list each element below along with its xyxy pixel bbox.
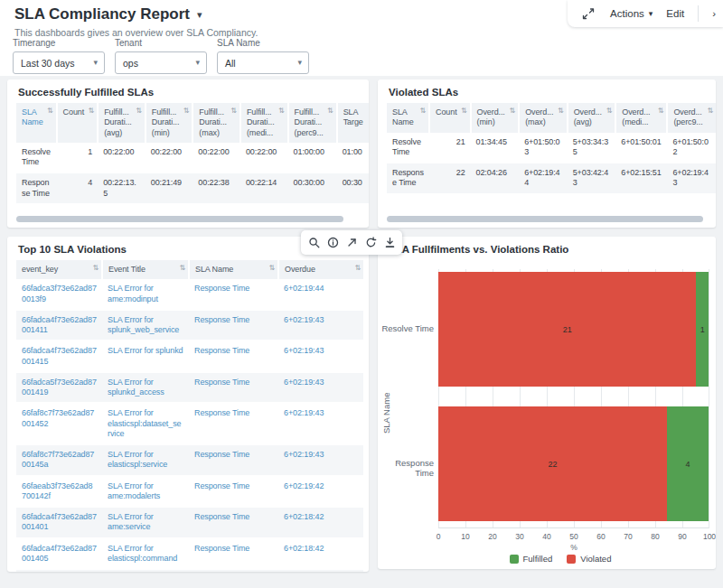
col-sla-name[interactable]: SLA Name⇅	[387, 103, 429, 133]
event-key-link[interactable]: 66faeab3f73e62ad8700142f	[16, 476, 102, 508]
sla-name-link[interactable]: Response Time	[189, 569, 278, 572]
event-title-link[interactable]: SLA Error for splunk_python	[102, 569, 189, 572]
sla-name-link[interactable]: Response Time	[189, 341, 278, 372]
event-key-link[interactable]: 66fadca4f73e62ad87001415	[16, 341, 102, 372]
sla-name-link[interactable]: Response Time	[189, 538, 278, 570]
col-duration-max[interactable]: Fulfill... Durati... (max)⇅	[192, 103, 240, 143]
overdue-link[interactable]: 6+02:19:44	[278, 279, 363, 310]
sla-name-link[interactable]: Response Time	[189, 310, 278, 341]
sla-name-link[interactable]: Response Time	[189, 279, 278, 310]
col-overdue-perc95[interactable]: Overd... (perc9...⇅	[667, 103, 716, 133]
event-title-link[interactable]: SLA Error for ame:modalerts	[102, 476, 189, 508]
col-duration-perc95[interactable]: Fulfill... Durati... (perc9...⇅	[288, 103, 337, 143]
col-duration-avg[interactable]: Fulfill... Durati... (avg)⇅	[98, 103, 146, 143]
table-header-row: event_key⇅ Event Title⇅ SLA Name⇅ Overdu…	[16, 260, 363, 279]
horizontal-scrollbar[interactable]	[387, 216, 703, 222]
sort-icon: ⇅	[47, 107, 53, 116]
overdue-link[interactable]: 6+02:19:43	[278, 372, 363, 404]
event-key-link[interactable]: 66faf8c7f73e62ad8700145a	[16, 444, 102, 476]
fullscreen-icon[interactable]	[580, 5, 596, 22]
col-sla-target[interactable]: SLA Targe	[337, 103, 369, 143]
col-overdue-avg[interactable]: Overd... (avg)⇅	[568, 103, 616, 133]
col-overdue[interactable]: Overdue⇅	[278, 260, 363, 279]
sort-icon: ⇅	[183, 107, 190, 116]
sort-icon: ⇅	[419, 107, 426, 116]
overdue-link[interactable]: 6+02:19:42	[278, 476, 363, 508]
event-title-link[interactable]: SLA Error for splunk_web_service	[102, 310, 189, 341]
sla-name-link[interactable]: Response Time	[189, 403, 278, 444]
x-tick: 30	[515, 532, 523, 541]
event-key-link[interactable]: 66fadca4f73e62ad87001401	[16, 507, 102, 538]
segment-fulfilled[interactable]: 4	[667, 406, 709, 521]
overdue-link[interactable]: 6+02:19:43	[278, 310, 363, 341]
cell: 00:22:00	[240, 143, 288, 173]
timerange-select[interactable]: Last 30 days ▾	[13, 51, 105, 74]
col-overdue-min[interactable]: Overd... (min)⇅	[471, 103, 520, 133]
sla-name-select[interactable]: All ▾	[217, 51, 309, 74]
event-title-link[interactable]: SLA Error for ame:service	[102, 507, 189, 538]
table-row: 66fadca4f73e62ad87001405SLA Error for el…	[16, 538, 363, 570]
event-key-link[interactable]: 66fadca4f73e62ad87001405	[16, 538, 102, 570]
open-in-search-icon[interactable]	[343, 235, 360, 251]
overdue-link[interactable]: 6+02:19:43	[278, 403, 363, 444]
segment-violated[interactable]: 22	[438, 406, 667, 521]
legend-swatch-green	[510, 555, 519, 564]
x-tick: 0	[437, 532, 441, 541]
collapse-chevron-button[interactable]: ›	[712, 8, 716, 19]
overdue-link[interactable]: 6+02:18:42	[278, 569, 363, 572]
event-key-link[interactable]: 66fadca5f73e62ad87001419	[16, 372, 102, 404]
legend-item-fulfilled[interactable]: Fulfilled	[510, 554, 553, 564]
col-event-title[interactable]: Event Title⇅	[102, 260, 189, 279]
legend-item-violated[interactable]: Violated	[567, 554, 611, 564]
violated-table: SLA Name⇅ Count⇅ Overd... (min)⇅ Overd..…	[387, 103, 716, 195]
col-sla-name[interactable]: SLA Name⇅	[16, 103, 57, 143]
event-title-link[interactable]: SLA Error for elasticspl:service	[102, 444, 189, 476]
col-overdue-median[interactable]: Overd... (medi...⇅	[615, 103, 667, 133]
search-icon[interactable]	[305, 235, 322, 251]
sla-name-link[interactable]: Response Time	[189, 507, 278, 538]
segment-violated[interactable]: 21	[438, 272, 696, 387]
col-duration-median[interactable]: Fulfill... Durati... (medi...⇅	[240, 103, 288, 143]
table-row: 66fadca3f73e62ad870013f9SLA Error for am…	[16, 279, 363, 310]
event-title-link[interactable]: SLA Error for splunkd_access	[102, 372, 189, 404]
col-sla-name[interactable]: SLA Name⇅	[189, 260, 278, 279]
overdue-link[interactable]: 6+02:18:42	[278, 538, 363, 570]
sla-name-link[interactable]: Response Time	[189, 372, 278, 404]
col-count[interactable]: Count⇅	[429, 103, 471, 133]
col-duration-min[interactable]: Fulfill... Durati... (min)⇅	[146, 103, 193, 143]
table-row: 66fadca4f73e62ad87001411SLA Error for sp…	[16, 310, 363, 341]
edit-button[interactable]: Edit	[666, 8, 684, 19]
sort-icon: ⇅	[136, 107, 142, 116]
event-key-link[interactable]: 66faf8c7f73e62ad87001452	[16, 403, 102, 444]
overdue-link[interactable]: 6+02:18:42	[278, 507, 363, 538]
cell: 5+03:42:43	[568, 163, 616, 194]
event-title-link[interactable]: SLA Error for splunkd	[102, 341, 189, 372]
overdue-link[interactable]: 6+02:19:43	[278, 444, 363, 476]
event-key-link[interactable]: 66fadca4f73e62ad87001411	[16, 310, 102, 341]
col-count[interactable]: Count⇅	[57, 103, 99, 143]
info-icon[interactable]	[324, 235, 341, 251]
sla-name-link[interactable]: Response Time	[189, 476, 278, 508]
cell: 01:00	[337, 143, 369, 173]
horizontal-scrollbar[interactable]	[16, 216, 343, 222]
title-caret-icon[interactable]: ▾	[197, 9, 202, 21]
event-title-link[interactable]: SLA Error for ame:modinput	[102, 279, 189, 310]
col-event-key[interactable]: event_key⇅	[16, 260, 102, 279]
event-title-link[interactable]: SLA Error for elasticspl:command	[102, 538, 189, 570]
event-title-link[interactable]: SLA Error for elasticspl:dataset_service	[102, 403, 189, 444]
tenant-select[interactable]: ops ▾	[115, 51, 207, 74]
sla-name-link[interactable]: Response Time	[189, 444, 278, 476]
tenant-value: ops	[123, 58, 138, 69]
x-tick: 60	[596, 532, 605, 541]
sort-icon: ⇅	[707, 107, 713, 116]
event-key-link[interactable]: 66fadca3f73e62ad870013f9	[16, 279, 102, 310]
segment-fulfilled[interactable]: 1	[696, 272, 709, 387]
event-key-link[interactable]: 66fadca4f73e62ad87001409	[16, 569, 102, 572]
refresh-icon[interactable]	[362, 235, 379, 251]
cell: 01:00:00	[288, 143, 337, 173]
actions-button[interactable]: Actions ▾	[610, 8, 653, 19]
table-row: Resolve Time 21 01:34:45 6+01:50:03 5+03…	[387, 133, 716, 163]
download-icon[interactable]	[381, 235, 398, 251]
col-overdue-max[interactable]: Overd... (max)⇅	[519, 103, 568, 133]
overdue-link[interactable]: 6+02:19:43	[278, 341, 363, 372]
